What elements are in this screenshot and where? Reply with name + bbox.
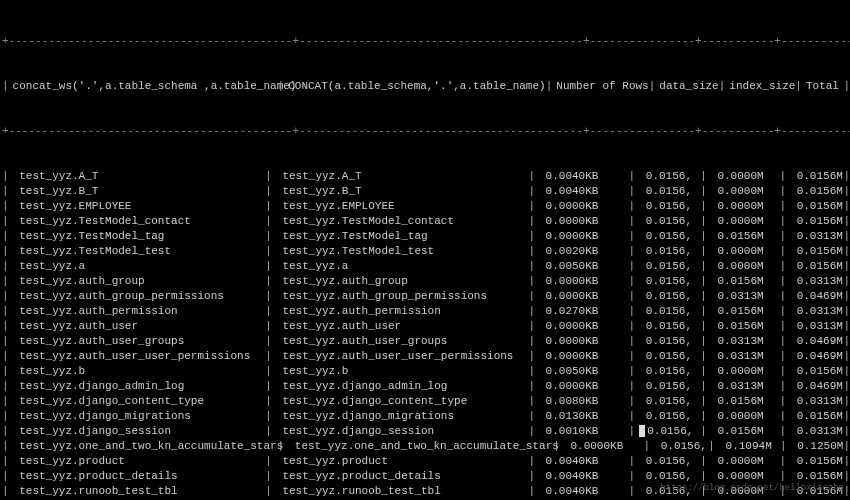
cell-rows: 0.0020KB	[535, 244, 629, 259]
cell-index-size: 0.0156M	[707, 304, 780, 319]
cell-concat-ws: test_yyz.product	[9, 454, 266, 469]
cell-total: 0.0313M	[786, 229, 843, 244]
cell-rows: 0.0040KB	[535, 454, 629, 469]
watermark-text: https://blog.csdn.net/helloxiaozhe	[660, 481, 844, 496]
col-header-3: Number of Rows	[552, 79, 648, 94]
cell-total: 0.0156M	[786, 169, 843, 184]
cell-concat: test_yyz.product_details	[272, 469, 529, 484]
cell-total: 0.1250M	[787, 439, 844, 454]
cell-concat-ws: test_yyz.EMPLOYEE	[9, 199, 266, 214]
cell-rows: 0.0050KB	[535, 259, 629, 274]
table-border-top: +---------------------------------------…	[2, 34, 850, 49]
table-border-mid: +---------------------------------------…	[2, 124, 850, 139]
cell-rows: 0.0040KB	[535, 169, 629, 184]
cell-concat: test_yyz.EMPLOYEE	[272, 199, 529, 214]
text-cursor	[639, 425, 645, 437]
cell-total: 0.0469M	[786, 334, 843, 349]
cell-total: 0.0313M	[786, 424, 843, 439]
cell-rows: 0.0000KB	[535, 334, 629, 349]
table-row: | test_yyz.django_session| test_yyz.djan…	[2, 424, 850, 439]
cell-concat-ws: test_yyz.django_migrations	[9, 409, 266, 424]
table-row: | test_yyz.auth_user_groups| test_yyz.au…	[2, 334, 850, 349]
cell-rows: 0.0080KB	[535, 394, 629, 409]
cell-concat-ws: test_yyz.B_T	[9, 184, 266, 199]
table-row: | test_yyz.product| test_yyz.product| 0.…	[2, 454, 850, 469]
cell-concat-ws: test_yyz.auth_group	[9, 274, 266, 289]
cell-concat: test_yyz.auth_user_groups	[272, 334, 529, 349]
cell-index-size: 0.0156M	[707, 394, 780, 409]
cell-concat: test_yyz.one_and_two_kn_accumulate_stars	[284, 439, 553, 454]
cell-rows: 0.0040KB	[535, 184, 629, 199]
cell-index-size: 0.0000M	[707, 169, 780, 184]
cell-index-size: 0.0000M	[707, 184, 780, 199]
table-row: | test_yyz.EMPLOYEE| test_yyz.EMPLOYEE| …	[2, 199, 850, 214]
cell-rows: 0.0000KB	[535, 229, 629, 244]
cell-data-size: 0.0156,	[635, 169, 700, 184]
cell-total: 0.0156M	[786, 259, 843, 274]
table-row: | test_yyz.b| test_yyz.b| 0.0050KB| 0.01…	[2, 364, 850, 379]
cell-index-size: 0.0000M	[707, 364, 780, 379]
cell-index-size: 0.0000M	[707, 244, 780, 259]
cell-index-size: 0.0000M	[707, 409, 780, 424]
cell-total: 0.0156M	[786, 214, 843, 229]
table-row: | test_yyz.B_T| test_yyz.B_T| 0.0040KB| …	[2, 184, 850, 199]
cell-concat: test_yyz.TestModel_tag	[272, 229, 529, 244]
cell-concat-ws: test_yyz.django_admin_log	[9, 379, 266, 394]
cell-concat: test_yyz.product	[272, 454, 529, 469]
cell-concat: test_yyz.auth_group_permissions	[272, 289, 529, 304]
table-row: | test_yyz.auth_permission| test_yyz.aut…	[2, 304, 850, 319]
cell-concat: test_yyz.django_content_type	[272, 394, 529, 409]
cell-concat-ws: test_yyz.runoob_test_tbl	[9, 484, 266, 499]
cell-total: 0.0469M	[786, 379, 843, 394]
table-row: | test_yyz.TestModel_test| test_yyz.Test…	[2, 244, 850, 259]
cell-rows: 0.0050KB	[535, 364, 629, 379]
col-header-2: CONCAT(a.table_schema,'.',a.table_name)	[284, 79, 545, 94]
cell-concat-ws: test_yyz.TestModel_contact	[9, 214, 266, 229]
cell-rows: 0.0000KB	[560, 439, 644, 454]
cell-data-size: 0.0156,	[635, 184, 700, 199]
cell-concat: test_yyz.auth_group	[272, 274, 529, 289]
table-row: | test_yyz.auth_group_permissions| test_…	[2, 289, 850, 304]
cell-rows: 0.0270KB	[535, 304, 629, 319]
cell-concat-ws: test_yyz.product_details	[9, 469, 266, 484]
cell-data-size: 0.0156,	[635, 364, 700, 379]
cell-concat-ws: test_yyz.auth_group_permissions	[9, 289, 266, 304]
cell-concat-ws: test_yyz.django_session	[9, 424, 266, 439]
cell-concat: test_yyz.a	[272, 259, 529, 274]
cell-rows: 0.0000KB	[535, 274, 629, 289]
cell-data-size: 0.0156,	[635, 274, 700, 289]
table-row: | test_yyz.a| test_yyz.a| 0.0050KB| 0.01…	[2, 259, 850, 274]
cell-concat-ws: test_yyz.one_and_two_kn_accumulate_stars	[9, 439, 278, 454]
cell-total: 0.0156M	[786, 244, 843, 259]
cell-data-size: 0.0156,	[635, 214, 700, 229]
cell-concat: test_yyz.A_T	[272, 169, 529, 184]
cell-index-size: 0.0156M	[707, 319, 780, 334]
col-header-1: concat_ws('.',a.table_schema ,a.table_na…	[9, 79, 278, 94]
cell-data-size: 0.0156,	[635, 394, 700, 409]
cell-concat-ws: test_yyz.b	[9, 364, 266, 379]
cell-data-size: 0.0156,	[635, 259, 700, 274]
table-row: | test_yyz.A_T| test_yyz.A_T| 0.0040KB| …	[2, 169, 850, 184]
cell-concat: test_yyz.django_migrations	[272, 409, 529, 424]
cell-concat-ws: test_yyz.auth_user	[9, 319, 266, 334]
cell-index-size: 0.0156M	[707, 229, 780, 244]
cell-data-size: 0.0156,	[635, 349, 700, 364]
cell-index-size: 0.0000M	[707, 454, 780, 469]
cell-concat-ws: test_yyz.A_T	[9, 169, 266, 184]
cell-concat-ws: test_yyz.TestModel_tag	[9, 229, 266, 244]
col-header-6: Total	[802, 79, 843, 94]
cell-index-size: 0.0313M	[707, 349, 780, 364]
cell-total: 0.0156M	[786, 184, 843, 199]
cell-concat: test_yyz.django_session	[272, 424, 529, 439]
table-row: | test_yyz.django_content_type| test_yyz…	[2, 394, 850, 409]
cell-data-size: 0.0156,	[650, 439, 708, 454]
cell-index-size: 0.0156M	[707, 274, 780, 289]
cell-concat: test_yyz.TestModel_test	[272, 244, 529, 259]
cell-data-size: 0.0156,	[635, 409, 700, 424]
cell-concat: test_yyz.auth_user_user_permissions	[272, 349, 529, 364]
table-row: | test_yyz.auth_user| test_yyz.auth_user…	[2, 319, 850, 334]
table-row: | test_yyz.django_admin_log| test_yyz.dj…	[2, 379, 850, 394]
table-body: | test_yyz.A_T| test_yyz.A_T| 0.0040KB| …	[2, 169, 850, 500]
cell-concat: test_yyz.auth_permission	[272, 304, 529, 319]
cell-concat: test_yyz.TestModel_contact	[272, 214, 529, 229]
